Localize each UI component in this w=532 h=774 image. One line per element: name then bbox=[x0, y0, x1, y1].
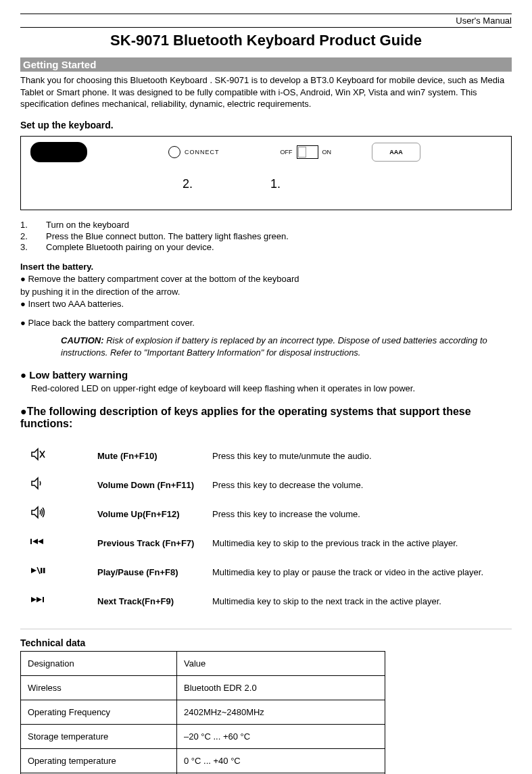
insert-item: ● Remove the battery compartment cover a… bbox=[20, 273, 512, 285]
setup-heading: Set up the keyboard. bbox=[20, 120, 512, 130]
key-desc: Multimedia key to skip to the previous t… bbox=[212, 531, 483, 556]
caution-block: CAUTION: Risk of explosion if battery is… bbox=[61, 335, 512, 358]
intro-paragraph: Thank you for choosing this Bluetooth Ke… bbox=[20, 74, 512, 110]
table-row: Next Track(Fn+F9) Multimedia key to skip… bbox=[30, 589, 483, 614]
tech-value: Bluetooth EDR 2.0 bbox=[177, 676, 385, 700]
function-keys-table: Mute (Fn+F10) Press this key to mute/unm… bbox=[30, 439, 483, 618]
tech-designation: Operating Frequency bbox=[21, 700, 177, 725]
keys-section-heading: ●The following description of keys appli… bbox=[20, 406, 512, 430]
technical-data-heading: Technical data bbox=[20, 637, 512, 648]
caution-label: CAUTION: bbox=[61, 335, 104, 345]
tech-designation: Operating temperature bbox=[21, 749, 177, 773]
section-getting-started: Getting Started bbox=[20, 57, 512, 72]
key-name: Next Track(Fn+F9) bbox=[97, 589, 212, 614]
tech-value: 2402MHz~2480MHz bbox=[177, 700, 385, 725]
play-pause-icon bbox=[30, 562, 46, 579]
vol-up-icon bbox=[30, 504, 46, 521]
table-row: Previous Track (Fn+F7) Multimedia key to… bbox=[30, 531, 483, 556]
table-row: Operating Frequency2402MHz~2480MHz bbox=[21, 700, 385, 725]
power-switch-diagram: OFF ON bbox=[281, 145, 332, 159]
vol-down-icon bbox=[30, 475, 46, 491]
table-row: Storage temperature–20 °C ... +60 °C bbox=[21, 725, 385, 749]
svg-rect-8 bbox=[43, 568, 45, 573]
tech-value: –20 °C ... +60 °C bbox=[177, 725, 385, 749]
table-row: Mute (Fn+F10) Press this key to mute/unm… bbox=[30, 443, 483, 468]
tech-designation: Storage temperature bbox=[21, 725, 177, 749]
document-title: SK-9071 Bluetooth Keyboard Product Guide bbox=[20, 32, 512, 49]
insert-battery-list: ● Remove the battery compartment cover a… bbox=[20, 273, 512, 329]
insert-item: ● Place back the battery compartment cov… bbox=[20, 317, 512, 329]
diagram-label-1: 1. bbox=[270, 177, 281, 191]
tech-designation: Wireless bbox=[21, 676, 177, 700]
tech-value: 0 °C ... +40 °C bbox=[177, 749, 385, 773]
table-row: Play/Pause (Fn+F8) Multimedia key to pla… bbox=[30, 560, 483, 585]
diagram-label-2: 2. bbox=[183, 177, 193, 191]
keyboard-pill-shape bbox=[30, 142, 87, 162]
battery-label: AAA bbox=[389, 149, 403, 155]
key-desc: Press this key to decrease the volume. bbox=[212, 473, 483, 498]
battery-slot-diagram: AAA bbox=[372, 143, 420, 162]
insert-item: ● Insert two AAA batteries. bbox=[20, 298, 512, 310]
key-name: Volume Down (Fn+F11) bbox=[97, 473, 212, 498]
key-name: Mute (Fn+F10) bbox=[97, 443, 212, 468]
table-row: DesignationValue bbox=[21, 652, 385, 676]
table-row: WirelessBluetooth EDR 2.0 bbox=[21, 676, 385, 700]
svg-rect-7 bbox=[41, 568, 43, 573]
connect-label: CONNECT bbox=[185, 149, 220, 155]
svg-marker-5 bbox=[31, 568, 37, 573]
next-track-icon bbox=[30, 591, 46, 608]
table-row: Volume Up(Fn+F12) Press this key to incr… bbox=[30, 502, 483, 527]
low-battery-desc: Red-colored LED on upper-right edge of k… bbox=[31, 383, 512, 393]
svg-marker-9 bbox=[31, 597, 37, 602]
key-desc: Multimedia key to skip to the next track… bbox=[212, 589, 483, 614]
prev-track-icon bbox=[30, 533, 46, 550]
header-rule-bottom bbox=[20, 27, 512, 28]
table-row: Volume Down (Fn+F11) Press this key to d… bbox=[30, 473, 483, 498]
connect-circle-icon bbox=[168, 146, 180, 158]
key-name: Play/Pause (Fn+F8) bbox=[97, 560, 212, 585]
step-num: 1. bbox=[20, 220, 46, 231]
step-text: Turn on the keyboard bbox=[46, 220, 129, 231]
insert-battery-heading: Insert the battery. bbox=[20, 262, 512, 272]
low-battery-heading: ● Low battery warning bbox=[20, 369, 512, 381]
step-text: Complete Bluetooth pairing on your devic… bbox=[46, 242, 214, 253]
svg-marker-3 bbox=[32, 539, 38, 544]
technical-data-table: DesignationValue WirelessBluetooth EDR 2… bbox=[20, 651, 385, 774]
step-num: 2. bbox=[20, 231, 46, 243]
svg-rect-11 bbox=[43, 597, 44, 602]
key-name: Previous Track (Fn+F7) bbox=[97, 531, 212, 556]
mute-icon bbox=[30, 446, 46, 462]
connect-button-diagram: CONNECT bbox=[168, 146, 220, 158]
header-right-text: User's Manual bbox=[20, 16, 512, 26]
on-label: ON bbox=[322, 149, 332, 155]
tech-value: Value bbox=[177, 652, 385, 676]
step-text: Press the Blue connect button. The batte… bbox=[46, 231, 289, 243]
svg-line-6 bbox=[37, 567, 40, 574]
setup-diagram: CONNECT OFF ON AAA 2. 1. bbox=[20, 136, 512, 210]
svg-rect-2 bbox=[30, 539, 32, 544]
svg-marker-10 bbox=[37, 597, 42, 602]
key-desc: Press this key to increase the volume. bbox=[212, 502, 483, 527]
header-rule-top bbox=[20, 14, 512, 14]
off-label: OFF bbox=[281, 149, 293, 155]
step-num: 3. bbox=[20, 242, 46, 253]
divider bbox=[20, 629, 512, 629]
table-row: Operating temperature0 °C ... +40 °C bbox=[21, 749, 385, 773]
svg-marker-4 bbox=[38, 539, 43, 544]
key-name: Volume Up(Fn+F12) bbox=[97, 502, 212, 527]
tech-designation: Designation bbox=[21, 652, 177, 676]
insert-item: by pushing it in the direction of the ar… bbox=[20, 286, 512, 298]
setup-steps: 1.Turn on the keyboard 2.Press the Blue … bbox=[20, 220, 512, 254]
key-desc: Multimedia key to play or pause the trac… bbox=[212, 560, 483, 585]
key-desc: Press this key to mute/unmute the audio. bbox=[212, 443, 483, 468]
caution-text: Risk of explosion if battery is replaced… bbox=[61, 335, 487, 358]
